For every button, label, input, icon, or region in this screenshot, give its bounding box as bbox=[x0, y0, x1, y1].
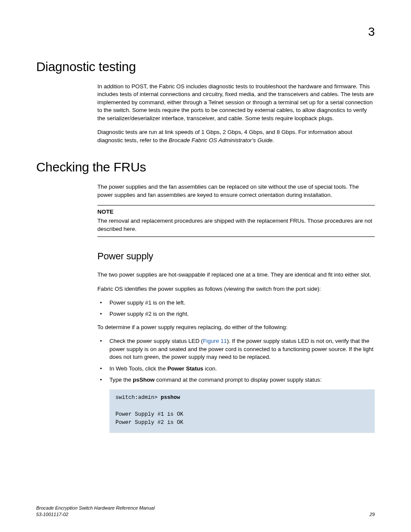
list-item: In Web Tools, click the Power Status ico… bbox=[97, 365, 375, 373]
diag-para-2: Diagnostic tests are run at link speeds … bbox=[97, 128, 375, 144]
list-item: Check the power supply status LED (Figur… bbox=[97, 337, 375, 361]
power-para-3: To determine if a power supply requires … bbox=[97, 324, 375, 331]
list-item: Power supply #2 is on the right. bbox=[97, 310, 375, 318]
power-list-2: Check the power supply status LED (Figur… bbox=[97, 337, 375, 384]
li-text: In Web Tools, click the bbox=[109, 365, 167, 372]
li-text-tail: command at the command prompt to display… bbox=[155, 376, 322, 383]
code-prompt: switch:admin> bbox=[115, 395, 161, 401]
section-frus-body: The power supplies and the fan assemblie… bbox=[97, 183, 375, 433]
footer-page-number: 29 bbox=[370, 511, 375, 517]
chapter-number: 3 bbox=[368, 25, 375, 39]
list-item: Type the psShow command at the command p… bbox=[97, 376, 375, 384]
heading-power-supply: Power supply bbox=[97, 250, 375, 263]
figure-link[interactable]: Figure 11 bbox=[203, 338, 227, 344]
note-label: NOTE bbox=[97, 208, 375, 216]
code-output-line: Power Supply #1 is OK bbox=[115, 411, 184, 417]
heading-diagnostic-testing: Diagnostic testing bbox=[36, 59, 375, 74]
code-block: switch:admin> psshow Power Supply #1 is … bbox=[109, 389, 375, 433]
psshow-cmd-label: psShow bbox=[133, 376, 155, 383]
power-para-2: Fabric OS identifies the power supplies … bbox=[97, 285, 375, 293]
note-block: NOTE The removal and replacement procedu… bbox=[97, 205, 375, 237]
section-diagnostic-body: In addition to POST, the Fabric OS inclu… bbox=[97, 83, 375, 144]
diag-para-1: In addition to POST, the Fabric OS inclu… bbox=[97, 83, 375, 122]
heading-checking-frus: Checking the FRUs bbox=[36, 160, 375, 174]
note-body: The removal and replacement procedures a… bbox=[97, 217, 375, 233]
page-footer: Brocade Encryption Switch Hardware Refer… bbox=[36, 505, 375, 517]
frus-para-1: The power supplies and the fan assemblie… bbox=[97, 183, 375, 199]
guide-reference: Brocade Fabric OS Administrator's Guide. bbox=[169, 137, 274, 143]
code-command: psshow bbox=[161, 395, 180, 401]
li-text-tail: icon. bbox=[203, 365, 217, 372]
code-output-line: Power Supply #2 is OK bbox=[115, 420, 184, 426]
footer-title: Brocade Encryption Switch Hardware Refer… bbox=[36, 505, 155, 511]
li-text: Type the bbox=[109, 376, 133, 383]
power-status-label: Power Status bbox=[167, 365, 203, 372]
footer-docnum: 53-1001117-02 bbox=[36, 511, 155, 517]
list-item: Power supply #1 is on the left. bbox=[97, 299, 375, 307]
footer-left: Brocade Encryption Switch Hardware Refer… bbox=[36, 505, 155, 517]
li-text: Check the power supply status LED ( bbox=[109, 338, 203, 344]
power-para-1: The two power supplies are hot-swappable… bbox=[97, 271, 375, 279]
power-list-1: Power supply #1 is on the left. Power su… bbox=[97, 299, 375, 318]
